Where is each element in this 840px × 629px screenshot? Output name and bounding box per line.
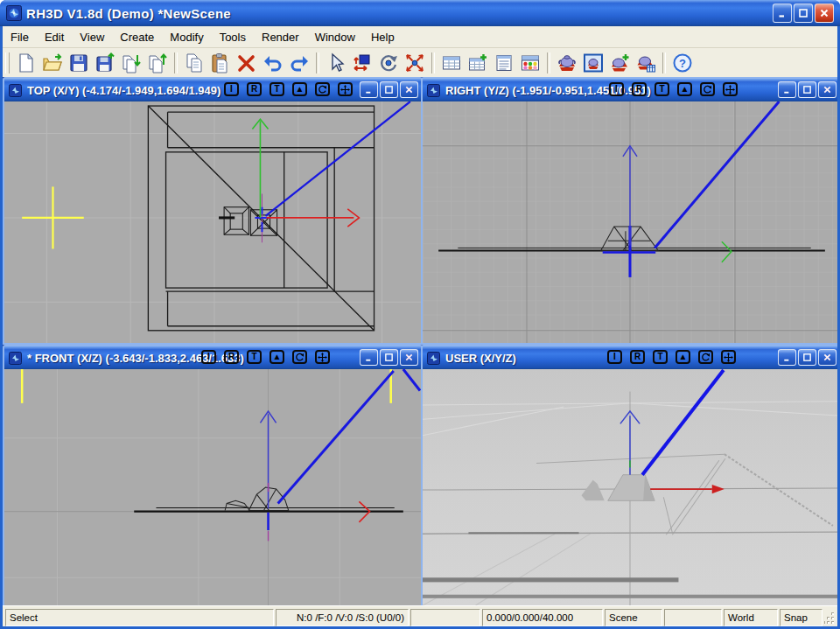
viewport-track-button[interactable]: T [247, 350, 262, 364]
object-table-add-button[interactable] [466, 51, 490, 75]
render-window-button[interactable] [581, 51, 606, 75]
paste-button[interactable] [208, 51, 233, 75]
viewport-minimize-button[interactable] [360, 81, 378, 98]
viewport-user-titlebar[interactable]: USER (X/Y/Z) I R T ▲ [423, 346, 837, 369]
viewport-front-tools: I R T ▲ [201, 350, 330, 364]
viewport-pan-view-button[interactable] [338, 82, 353, 96]
viewport-maximize-button[interactable] [798, 81, 816, 98]
viewport-rotate-view-button[interactable] [700, 82, 715, 96]
viewport-top-titlebar[interactable]: TOP (X/Y) (-4.174/-1.949,1.694/1.949) I … [4, 79, 421, 101]
menu-render[interactable]: Render [254, 28, 307, 46]
minimize-button[interactable] [773, 3, 792, 23]
render-teapot-icon [556, 52, 578, 73]
viewport-redraw-button[interactable]: R [632, 82, 647, 96]
viewport-init-button[interactable]: I [609, 82, 624, 96]
save-button[interactable] [66, 51, 91, 75]
dark-band-2 [423, 595, 837, 598]
material-palette-button[interactable] [518, 51, 542, 75]
viewport-right-titlebar[interactable]: RIGHT (Y/Z) (-1.951/-0.951,1.451/0.951) … [423, 79, 837, 101]
undo-button[interactable] [261, 51, 285, 75]
viewport-init-button[interactable]: I [224, 82, 239, 96]
viewport-user-window-controls [778, 349, 836, 366]
new-button[interactable] [14, 51, 38, 75]
viewport-close-button[interactable] [818, 349, 836, 366]
viewport-render-mode-button[interactable]: ▲ [676, 350, 690, 364]
viewport-render-mode-button[interactable]: ▲ [292, 82, 307, 96]
select-button[interactable] [324, 51, 348, 75]
app-icon [6, 5, 22, 21]
toolbar-grip[interactable] [5, 52, 10, 73]
viewport-init-button[interactable]: I [607, 350, 622, 364]
status-counters: N:0 /F:0 /V:0 /S:0 (U0/0) [276, 609, 409, 626]
menu-edit[interactable]: Edit [37, 28, 72, 46]
viewport-right-canvas[interactable] [423, 101, 837, 343]
resize-grip[interactable] [824, 609, 836, 626]
pan-view-icon [725, 85, 735, 94]
copy-button[interactable] [182, 51, 206, 75]
viewport-rotate-view-button[interactable] [292, 350, 307, 364]
viewport-minimize-button[interactable] [360, 349, 378, 366]
window-title: RH3D V1.8d (Demo) *NewScene [26, 6, 231, 21]
close-button[interactable] [815, 3, 834, 23]
render-animation-button[interactable] [634, 51, 658, 75]
viewport-rotate-view-button[interactable] [698, 350, 713, 364]
save-floppy-icon [68, 52, 89, 73]
viewport-close-button[interactable] [400, 81, 418, 98]
viewport-close-button[interactable] [818, 81, 836, 98]
viewport-pan-view-button[interactable] [723, 82, 738, 96]
model-wireframe [225, 487, 289, 511]
delete-button[interactable] [234, 51, 259, 75]
viewport-minimize-button[interactable] [778, 81, 796, 98]
render-button[interactable] [555, 51, 579, 75]
save-as-button[interactable] [93, 51, 117, 75]
open-folder-icon [42, 52, 63, 73]
viewport-render-mode-button[interactable]: ▲ [677, 82, 692, 96]
viewport-maximize-button[interactable] [380, 81, 398, 98]
move-button[interactable] [350, 51, 374, 75]
axis-arrow-x [267, 209, 360, 227]
viewport-front-canvas[interactable] [4, 369, 421, 605]
scale-button[interactable] [402, 51, 427, 75]
viewport-track-button[interactable]: T [270, 82, 284, 96]
viewport-user-canvas[interactable] [423, 369, 837, 605]
menu-tools[interactable]: Tools [212, 28, 254, 46]
export-button[interactable] [145, 51, 170, 75]
import-button[interactable] [119, 51, 144, 75]
viewport-render-mode-button[interactable]: ▲ [270, 350, 284, 364]
viewport-track-button[interactable]: T [653, 350, 668, 364]
help-button[interactable]: ? [670, 51, 695, 75]
object-list-icon [494, 52, 514, 73]
menu-file[interactable]: File [3, 28, 37, 46]
viewport-front-titlebar[interactable]: * FRONT (X/Z) (-3.643/-1.833,2.463/1.633… [4, 346, 421, 369]
redo-button[interactable] [287, 51, 312, 75]
rotate-view-icon [703, 85, 712, 94]
viewport-pan-view-button[interactable] [315, 350, 330, 364]
title-bar[interactable]: RH3D V1.8d (Demo) *NewScene [0, 0, 840, 26]
rotate-button[interactable] [376, 51, 401, 75]
open-button[interactable] [40, 51, 65, 75]
status-mode: Select [5, 609, 274, 626]
object-list-button[interactable] [492, 51, 516, 75]
menu-window[interactable]: Window [307, 28, 363, 46]
viewport-minimize-button[interactable] [778, 349, 796, 366]
object-table-button[interactable] [439, 51, 464, 75]
viewport-maximize-button[interactable] [380, 349, 398, 366]
viewport-track-button[interactable]: T [654, 82, 669, 96]
save-as-floppy-icon [94, 52, 116, 73]
maximize-button[interactable] [794, 3, 813, 23]
render-add-button[interactable] [607, 51, 632, 75]
viewport-maximize-button[interactable] [798, 349, 816, 366]
viewport-redraw-button[interactable]: R [630, 350, 645, 364]
viewport-init-button[interactable]: I [201, 350, 216, 364]
menu-modify[interactable]: Modify [162, 28, 211, 46]
viewport-top-canvas[interactable] [4, 101, 421, 343]
menu-help[interactable]: Help [363, 28, 402, 46]
viewport-redraw-button[interactable]: R [224, 350, 239, 364]
menu-view[interactable]: View [72, 28, 112, 46]
menu-create[interactable]: Create [112, 28, 162, 46]
viewport-rotate-view-button[interactable] [315, 82, 330, 96]
viewport-pan-view-button[interactable] [721, 350, 736, 364]
viewport-redraw-button[interactable]: R [247, 82, 262, 96]
viewport-close-button[interactable] [400, 349, 418, 366]
status-bar: Select N:0 /F:0 /V:0 /S:0 (U0/0) 0.000/0… [3, 605, 837, 626]
